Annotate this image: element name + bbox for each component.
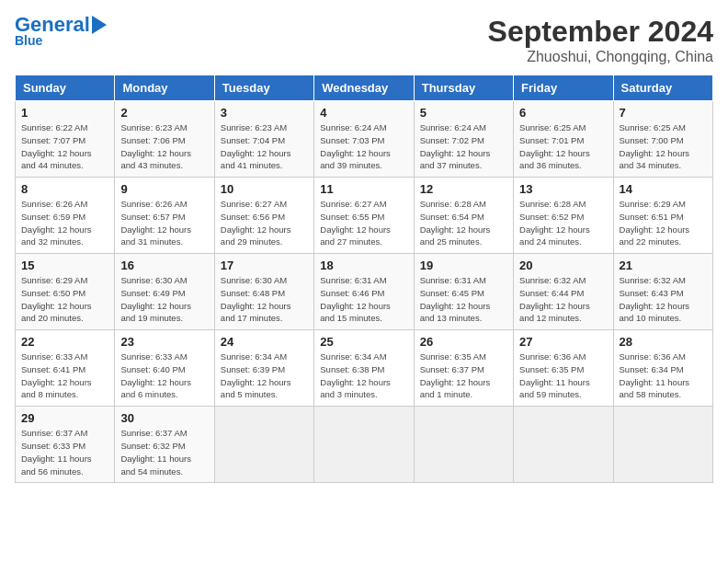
day-info: Sunrise: 6:34 AM Sunset: 6:38 PM Dayligh… [320,350,407,401]
day-info: Sunrise: 6:26 AM Sunset: 6:59 PM Dayligh… [21,198,108,248]
day-number: 24 [221,335,308,349]
day-number: 2 [120,106,208,120]
calendar-empty-cell [414,407,513,483]
calendar-day-cell: 4Sunrise: 6:24 AM Sunset: 7:03 PM Daylig… [314,101,414,178]
calendar-day-cell: 18Sunrise: 6:31 AM Sunset: 6:46 PM Dayli… [314,254,414,330]
calendar-day-cell: 5Sunrise: 6:24 AM Sunset: 7:02 PM Daylig… [414,101,513,178]
calendar-day-cell: 21Sunrise: 6:32 AM Sunset: 6:43 PM Dayli… [613,254,712,330]
day-number: 26 [420,335,507,349]
day-info: Sunrise: 6:23 AM Sunset: 7:04 PM Dayligh… [221,121,308,172]
day-info: Sunrise: 6:30 AM Sunset: 6:49 PM Dayligh… [120,274,208,325]
weekday-header-thursday: Thursday [414,75,513,101]
calendar-day-cell: 28Sunrise: 6:36 AM Sunset: 6:34 PM Dayli… [613,330,712,407]
day-number: 29 [21,411,108,425]
calendar-day-cell: 25Sunrise: 6:34 AM Sunset: 6:38 PM Dayli… [314,330,414,407]
day-info: Sunrise: 6:29 AM Sunset: 6:51 PM Dayligh… [620,198,707,248]
weekday-header-saturday: Saturday [613,75,712,101]
day-number: 30 [120,411,208,425]
calendar-day-cell: 26Sunrise: 6:35 AM Sunset: 6:37 PM Dayli… [414,330,513,407]
calendar-day-cell: 7Sunrise: 6:25 AM Sunset: 7:00 PM Daylig… [613,101,712,178]
day-info: Sunrise: 6:25 AM Sunset: 7:00 PM Dayligh… [620,121,707,172]
weekday-header-wednesday: Wednesday [314,75,414,101]
day-number: 18 [320,259,407,272]
day-info: Sunrise: 6:32 AM Sunset: 6:44 PM Dayligh… [519,274,607,325]
day-number: 28 [620,335,707,349]
calendar-day-cell: 16Sunrise: 6:30 AM Sunset: 6:49 PM Dayli… [115,254,214,330]
calendar-day-cell: 10Sunrise: 6:27 AM Sunset: 6:56 PM Dayli… [214,178,313,254]
day-info: Sunrise: 6:24 AM Sunset: 7:02 PM Dayligh… [420,121,507,172]
day-info: Sunrise: 6:35 AM Sunset: 6:37 PM Dayligh… [420,350,507,401]
calendar-day-cell: 17Sunrise: 6:30 AM Sunset: 6:48 PM Dayli… [214,254,313,330]
day-number: 7 [620,106,707,120]
calendar-week-row: 22Sunrise: 6:33 AM Sunset: 6:41 PM Dayli… [16,330,713,407]
day-number: 9 [120,182,208,196]
calendar-empty-cell [613,407,712,483]
calendar-day-cell: 24Sunrise: 6:34 AM Sunset: 6:39 PM Dayli… [214,330,313,407]
day-number: 23 [120,335,208,349]
day-info: Sunrise: 6:31 AM Sunset: 6:45 PM Dayligh… [420,274,507,325]
logo: General Blue [15,15,107,48]
calendar-subtitle: Zhuoshui, Chongqing, China [488,49,713,65]
calendar-title: September 2024 [488,15,713,49]
calendar-week-row: 15Sunrise: 6:29 AM Sunset: 6:50 PM Dayli… [16,254,713,330]
day-number: 3 [221,106,308,120]
title-block: September 2024 Zhuoshui, Chongqing, Chin… [488,15,713,65]
day-info: Sunrise: 6:27 AM Sunset: 6:56 PM Dayligh… [221,198,308,248]
calendar-day-cell: 13Sunrise: 6:28 AM Sunset: 6:52 PM Dayli… [514,178,613,254]
calendar-day-cell: 14Sunrise: 6:29 AM Sunset: 6:51 PM Dayli… [613,178,712,254]
weekday-header-friday: Friday [514,75,613,101]
logo-line2: Blue [15,33,42,48]
calendar-day-cell: 23Sunrise: 6:33 AM Sunset: 6:40 PM Dayli… [115,330,214,407]
day-number: 17 [221,259,308,272]
page-header: General Blue September 2024 Zhuoshui, Ch… [15,15,713,65]
day-number: 19 [420,259,507,272]
day-info: Sunrise: 6:29 AM Sunset: 6:50 PM Dayligh… [21,274,108,325]
calendar-day-cell: 3Sunrise: 6:23 AM Sunset: 7:04 PM Daylig… [214,101,313,178]
day-info: Sunrise: 6:37 AM Sunset: 6:33 PM Dayligh… [21,427,108,477]
calendar-empty-cell [314,407,414,483]
day-info: Sunrise: 6:22 AM Sunset: 7:07 PM Dayligh… [21,121,108,172]
day-info: Sunrise: 6:28 AM Sunset: 6:52 PM Dayligh… [519,198,607,248]
day-number: 21 [620,259,707,272]
logo-text: General [15,15,90,35]
day-number: 6 [519,106,607,120]
calendar-day-cell: 1Sunrise: 6:22 AM Sunset: 7:07 PM Daylig… [16,101,115,178]
day-number: 25 [320,335,407,349]
day-number: 13 [519,182,607,196]
day-number: 27 [519,335,607,349]
day-number: 22 [21,335,108,349]
day-number: 10 [221,182,308,196]
day-info: Sunrise: 6:33 AM Sunset: 6:40 PM Dayligh… [120,350,208,401]
calendar-week-row: 29Sunrise: 6:37 AM Sunset: 6:33 PM Dayli… [16,407,713,483]
calendar-day-cell: 29Sunrise: 6:37 AM Sunset: 6:33 PM Dayli… [16,407,115,483]
day-number: 12 [420,182,507,196]
day-info: Sunrise: 6:24 AM Sunset: 7:03 PM Dayligh… [320,121,407,172]
calendar-day-cell: 19Sunrise: 6:31 AM Sunset: 6:45 PM Dayli… [414,254,513,330]
day-info: Sunrise: 6:28 AM Sunset: 6:54 PM Dayligh… [420,198,507,248]
day-number: 8 [21,182,108,196]
calendar-day-cell: 30Sunrise: 6:37 AM Sunset: 6:32 PM Dayli… [115,407,214,483]
day-number: 15 [21,259,108,272]
day-info: Sunrise: 6:33 AM Sunset: 6:41 PM Dayligh… [21,350,108,401]
day-info: Sunrise: 6:27 AM Sunset: 6:55 PM Dayligh… [320,198,407,248]
day-info: Sunrise: 6:30 AM Sunset: 6:48 PM Dayligh… [221,274,308,325]
calendar-empty-cell [214,407,313,483]
calendar-day-cell: 2Sunrise: 6:23 AM Sunset: 7:06 PM Daylig… [115,101,214,178]
weekday-header-tuesday: Tuesday [214,75,313,101]
day-number: 14 [620,182,707,196]
day-number: 1 [21,106,108,120]
calendar-day-cell: 9Sunrise: 6:26 AM Sunset: 6:57 PM Daylig… [115,178,214,254]
calendar-day-cell: 22Sunrise: 6:33 AM Sunset: 6:41 PM Dayli… [16,330,115,407]
day-info: Sunrise: 6:31 AM Sunset: 6:46 PM Dayligh… [320,274,407,325]
logo-arrow-icon [92,16,107,34]
calendar-day-cell: 27Sunrise: 6:36 AM Sunset: 6:35 PM Dayli… [514,330,613,407]
day-info: Sunrise: 6:37 AM Sunset: 6:32 PM Dayligh… [120,427,208,477]
day-info: Sunrise: 6:34 AM Sunset: 6:39 PM Dayligh… [221,350,308,401]
weekday-header-sunday: Sunday [16,75,115,101]
weekday-header-monday: Monday [115,75,214,101]
day-info: Sunrise: 6:36 AM Sunset: 6:34 PM Dayligh… [620,350,707,401]
day-number: 11 [320,182,407,196]
day-number: 16 [120,259,208,272]
calendar-empty-cell [514,407,613,483]
day-number: 4 [320,106,407,120]
